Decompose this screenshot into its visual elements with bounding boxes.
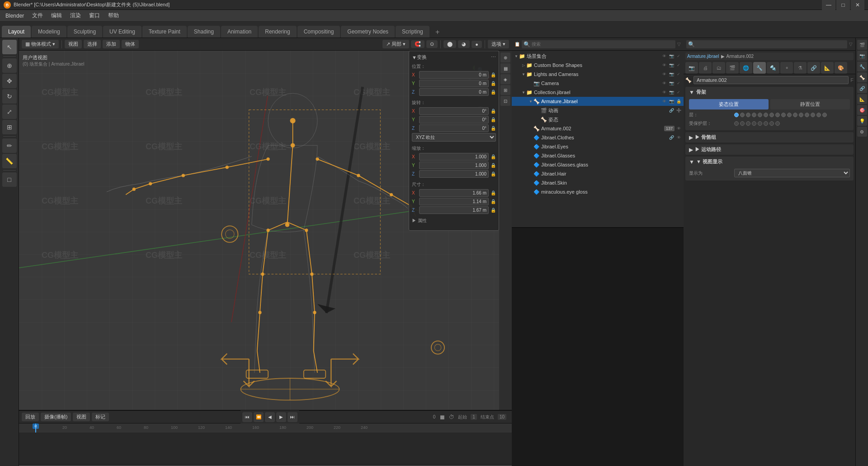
- cl-v1[interactable]: 🔗: [668, 134, 675, 141]
- outliner-custom-bone-shapes[interactable]: ▷ 📁 Custom Bone Shapes 👁 📷 ✓: [512, 61, 684, 70]
- layer-13[interactable]: [805, 113, 809, 117]
- breadcrumb-2[interactable]: Armature.002: [726, 54, 754, 59]
- menu-render[interactable]: 渲染: [66, 11, 85, 20]
- props-tab-data[interactable]: 📐: [821, 62, 834, 74]
- lc-enable[interactable]: ✓: [675, 71, 682, 77]
- outliner-scene-collection[interactable]: ▼ 📁 场景集合 👁 📷 ✓: [512, 52, 684, 61]
- outliner-armature-002[interactable]: 🦴 Armature.002 137 👁: [512, 124, 684, 133]
- playback-menu[interactable]: 回放: [22, 413, 39, 421]
- transform-tool-button[interactable]: ⊞: [2, 120, 17, 134]
- outliner-filter-button[interactable]: ▽: [677, 42, 681, 47]
- markers-menu[interactable]: 标记: [92, 413, 109, 421]
- bone-groups-header[interactable]: ▶ ▶ 骨骼组: [685, 132, 854, 143]
- jibrael-arrow[interactable]: ▼: [521, 90, 526, 95]
- breadcrumb-1[interactable]: Armature.jibrael: [687, 54, 719, 59]
- tab-layout[interactable]: Layout: [2, 26, 31, 38]
- rot-z-lock[interactable]: 🔒: [491, 126, 496, 131]
- pos-z-lock[interactable]: 🔒: [491, 90, 496, 95]
- rot-y-lock[interactable]: 🔒: [491, 117, 496, 122]
- scale-x-input[interactable]: 1.000: [419, 153, 489, 161]
- collapse-arrow[interactable]: ▼: [514, 53, 519, 59]
- outliner-pose[interactable]: 🦴 姿态: [512, 115, 684, 124]
- protect-8[interactable]: [775, 121, 780, 126]
- layer-10[interactable]: [787, 113, 792, 117]
- outliner-glasses[interactable]: 🔷 Jibrael.Glasses: [512, 151, 684, 160]
- viewport-shading-render[interactable]: ●: [472, 41, 482, 48]
- protect-7[interactable]: [769, 121, 774, 126]
- layer-9[interactable]: [781, 113, 786, 117]
- props-tab-material[interactable]: 🎨: [835, 62, 847, 74]
- rot-x-input[interactable]: 0°: [419, 107, 489, 115]
- props-tab-output[interactable]: 🖨: [699, 62, 712, 74]
- timeline-cursor[interactable]: [35, 423, 36, 433]
- outliner-skin[interactable]: 🔷 Jibrael.Skin: [512, 178, 684, 187]
- transform-collapse-icon[interactable]: ▼: [412, 55, 417, 60]
- props-tab-constraints[interactable]: 🔗: [807, 62, 820, 74]
- skeleton-header[interactable]: ▼ 骨架: [685, 87, 854, 97]
- cj-visibility[interactable]: 👁: [661, 89, 667, 95]
- rot-y-input[interactable]: 0°: [419, 116, 489, 124]
- aj-render[interactable]: 📷: [668, 98, 675, 105]
- view-menu[interactable]: 视图: [65, 40, 82, 48]
- select-tool-button[interactable]: ↖: [2, 40, 17, 54]
- protect-1[interactable]: [734, 121, 739, 126]
- rs-btn-4[interactable]: 🦴: [857, 72, 867, 82]
- tab-compositing[interactable]: Compositing: [297, 26, 340, 38]
- start-value[interactable]: 1: [471, 414, 477, 420]
- window-controls[interactable]: — □ ✕: [822, 0, 864, 10]
- cursor-tool-button[interactable]: ⊕: [2, 58, 17, 73]
- dim-y-input[interactable]: 1.14 m: [419, 198, 489, 205]
- rot-z-input[interactable]: 0°: [419, 124, 489, 132]
- visibility-toggle[interactable]: 👁: [661, 53, 667, 59]
- view-menu-tl[interactable]: 视图: [73, 413, 90, 421]
- pos-y-input[interactable]: 0 m: [419, 80, 489, 87]
- select-menu[interactable]: 选择: [84, 40, 101, 48]
- aj-lock[interactable]: 🔒: [675, 98, 682, 105]
- 3d-viewport[interactable]: CG模型主 CG模型主 CG模型主 CG模型主 CG模型主 CG模型主 CG模型…: [19, 51, 512, 410]
- layer-6[interactable]: [764, 113, 768, 117]
- fake-user-toggle[interactable]: F: [850, 77, 854, 83]
- object-menu[interactable]: 物体: [122, 40, 139, 48]
- add-menu[interactable]: 添加: [103, 40, 120, 48]
- rotate-tool-button[interactable]: ↻: [2, 89, 17, 104]
- protect-4[interactable]: [752, 121, 756, 126]
- anim-action2[interactable]: ➕: [675, 107, 682, 114]
- measure-tool-button[interactable]: 📏: [2, 154, 17, 168]
- rs-btn-5[interactable]: 🔗: [857, 83, 867, 93]
- props-tab-render[interactable]: 📷: [685, 62, 698, 74]
- outliner-armature-jibrael[interactable]: ▼ 🦴 Armature.Jibrael 👁 📷 🔒: [512, 97, 684, 106]
- tab-rendering[interactable]: Rendering: [259, 26, 296, 38]
- lights-arrow[interactable]: ▼: [521, 71, 526, 77]
- layer-14[interactable]: [811, 113, 815, 117]
- vr-btn-2[interactable]: ▦: [500, 63, 510, 73]
- tab-shading[interactable]: Shading: [188, 26, 220, 38]
- layer-1[interactable]: [734, 113, 739, 117]
- maximize-button[interactable]: □: [836, 0, 850, 10]
- tab-texture-paint[interactable]: Texture Paint: [142, 26, 187, 38]
- go-to-end-button[interactable]: ⏭: [288, 412, 297, 422]
- layer-3[interactable]: [746, 113, 750, 117]
- play-back-button[interactable]: ◀: [265, 412, 275, 422]
- layer-7[interactable]: [769, 113, 774, 117]
- layer-15[interactable]: [816, 113, 821, 117]
- minimize-button[interactable]: —: [822, 0, 835, 10]
- layer-2[interactable]: [740, 113, 745, 117]
- cbs-visibility[interactable]: 👁: [661, 62, 667, 68]
- outliner-clothes[interactable]: 🔷 Jibrael.Clothes 🔗 👁: [512, 133, 684, 142]
- rs-btn-3[interactable]: 🔧: [857, 62, 867, 71]
- keying-menu[interactable]: 摄像(播帧): [41, 413, 71, 421]
- aj-visibility[interactable]: 👁: [661, 98, 667, 105]
- outliner-eye-gloss[interactable]: 🔷 miraculous.eye gloss: [512, 187, 684, 196]
- timeline-body[interactable]: 0 0 20 40 60 80 100 120 140 160 180 200 …: [19, 423, 512, 464]
- vr-btn-4[interactable]: ⊞: [500, 85, 510, 95]
- scale-z-lock[interactable]: 🔒: [491, 171, 496, 176]
- protect-3[interactable]: [746, 121, 750, 126]
- dim-x-input[interactable]: 1.66 m: [419, 189, 489, 197]
- play-button[interactable]: ▶: [276, 412, 286, 422]
- end-value[interactable]: 10: [498, 414, 506, 420]
- local-view-btn[interactable]: ↗ 局部 ▾: [382, 40, 409, 48]
- dim-z-lock[interactable]: 🔒: [491, 208, 496, 213]
- render-toggle[interactable]: 📷: [668, 53, 675, 59]
- pose-position-button[interactable]: 姿态位置: [689, 99, 769, 109]
- rotation-mode-select[interactable]: XYZ 欧拉: [412, 133, 496, 142]
